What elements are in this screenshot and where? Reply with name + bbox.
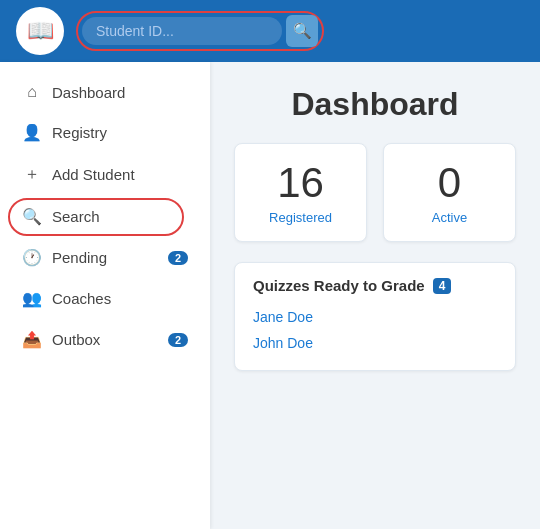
search-sidebar-icon: 🔍 [22, 207, 42, 226]
sidebar-item-label: Search [52, 208, 100, 225]
active-count: 0 [404, 160, 495, 206]
sidebar-item-label: Pending [52, 249, 107, 266]
quizzes-count-badge: 4 [433, 278, 452, 294]
sidebar-item-label: Outbox [52, 331, 100, 348]
outbox-icon: 📤 [22, 330, 42, 349]
sidebar-item-dashboard[interactable]: ⌂ Dashboard [0, 72, 210, 112]
quiz-link-john[interactable]: John Doe [253, 330, 497, 356]
sidebar: ⌂ Dashboard 👤 Registry ＋ Add Student 🔍 S… [0, 62, 210, 529]
active-label: Active [404, 210, 495, 225]
logo: 📖 [16, 7, 64, 55]
sidebar-item-label: Coaches [52, 290, 111, 307]
page-title: Dashboard [234, 86, 516, 123]
logo-icon: 📖 [27, 18, 54, 44]
sidebar-item-label: Dashboard [52, 84, 125, 101]
sidebar-item-pending[interactable]: 🕐 Pending 2 [0, 237, 210, 278]
header: 📖 🔍 [0, 0, 540, 62]
outbox-badge: 2 [168, 333, 188, 347]
home-icon: ⌂ [22, 83, 42, 101]
student-id-search-container: 🔍 [76, 11, 324, 51]
coaches-icon: 👥 [22, 289, 42, 308]
search-button[interactable]: 🔍 [286, 15, 318, 47]
sidebar-item-label: Add Student [52, 166, 135, 183]
sidebar-item-registry[interactable]: 👤 Registry [0, 112, 210, 153]
pending-icon: 🕐 [22, 248, 42, 267]
registry-icon: 👤 [22, 123, 42, 142]
registered-label: Registered [255, 210, 346, 225]
sidebar-item-coaches[interactable]: 👥 Coaches [0, 278, 210, 319]
student-id-input[interactable] [82, 17, 282, 45]
stat-card-active: 0 Active [383, 143, 516, 242]
sidebar-item-add-student[interactable]: ＋ Add Student [0, 153, 210, 196]
quizzes-section: Quizzes Ready to Grade 4 Jane Doe John D… [234, 262, 516, 371]
quiz-link-jane[interactable]: Jane Doe [253, 304, 497, 330]
pending-badge: 2 [168, 251, 188, 265]
stat-card-registered: 16 Registered [234, 143, 367, 242]
sidebar-item-label: Registry [52, 124, 107, 141]
quizzes-title: Quizzes Ready to Grade [253, 277, 425, 294]
sidebar-item-outbox[interactable]: 📤 Outbox 2 [0, 319, 210, 360]
main-layout: ⌂ Dashboard 👤 Registry ＋ Add Student 🔍 S… [0, 62, 540, 529]
search-icon: 🔍 [293, 22, 312, 40]
content-area: Dashboard 16 Registered 0 Active Quizzes… [210, 62, 540, 529]
registered-count: 16 [255, 160, 346, 206]
sidebar-item-search[interactable]: 🔍 Search [0, 196, 210, 237]
quizzes-header: Quizzes Ready to Grade 4 [253, 277, 497, 294]
add-icon: ＋ [22, 164, 42, 185]
stats-row: 16 Registered 0 Active [234, 143, 516, 242]
